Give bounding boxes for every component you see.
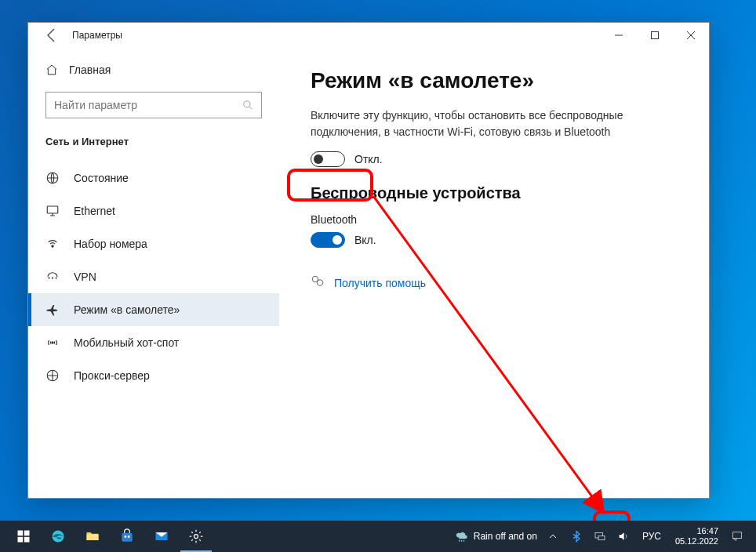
svg-point-5 (52, 342, 53, 343)
svg-rect-12 (18, 537, 24, 543)
bluetooth-toggle-row: Вкл. (311, 232, 678, 248)
arrow-left-icon (42, 26, 61, 45)
hotspot-icon (45, 336, 60, 350)
svg-point-4 (52, 245, 53, 247)
edge-icon (50, 528, 66, 544)
ethernet-icon (45, 204, 60, 218)
section-label: Сеть и Интернет (28, 131, 279, 162)
tray-network[interactable] (591, 521, 609, 552)
nav-label: Ethernet (74, 205, 115, 217)
vpn-icon (45, 270, 60, 284)
nav-item-proxy[interactable]: Прокси-сервер (28, 359, 279, 392)
svg-rect-11 (24, 531, 30, 536)
help-link[interactable]: Получить помощь (311, 274, 678, 291)
globe-icon (45, 171, 60, 185)
wireless-heading: Беспроводные устройства (311, 184, 678, 202)
content-pane: Режим «в самолете» Включите эту функцию,… (279, 48, 709, 498)
taskbar-settings[interactable] (179, 521, 213, 552)
mail-icon (154, 528, 169, 544)
start-button[interactable] (6, 521, 41, 552)
nav-list: Состояние Ethernet Набор номера VPN Режи… (28, 162, 279, 392)
svg-point-1 (244, 101, 250, 107)
airplane-icon (45, 303, 60, 317)
airplane-toggle[interactable] (311, 151, 345, 167)
tray-chevron[interactable] (543, 521, 562, 552)
help-link-label: Получить помощь (334, 277, 426, 289)
nav-item-dialup[interactable]: Набор номера (28, 227, 279, 260)
airplane-toggle-label: Откл. (354, 153, 383, 165)
nav-item-ethernet[interactable]: Ethernet (28, 194, 279, 227)
clock-date: 05.12.2022 (675, 536, 718, 547)
svg-rect-15 (87, 535, 99, 541)
tray-language[interactable]: РУС (638, 531, 666, 542)
sidebar: Главная Сеть и Интернет Состояние Ethern… (28, 48, 279, 498)
clock-time: 16:47 (696, 526, 718, 536)
taskbar-mail[interactable] (144, 521, 179, 552)
help-icon (311, 274, 325, 291)
bluetooth-icon (570, 530, 583, 543)
taskbar-edge[interactable] (41, 521, 75, 552)
taskbar-explorer[interactable] (75, 521, 110, 552)
home-nav[interactable]: Главная (28, 57, 279, 82)
svg-rect-23 (733, 532, 742, 539)
minimize-button[interactable] (601, 23, 637, 48)
bluetooth-toggle[interactable] (311, 232, 345, 248)
airplane-toggle-row: Откл. (311, 151, 678, 167)
gear-icon (188, 528, 204, 544)
nav-label: VPN (74, 271, 96, 283)
close-button[interactable] (673, 23, 709, 48)
toggle-knob (314, 154, 323, 164)
svg-rect-18 (128, 536, 130, 538)
proxy-icon (45, 369, 60, 383)
svg-rect-13 (24, 537, 30, 543)
search-icon (242, 100, 253, 111)
bluetooth-label: Bluetooth (311, 213, 678, 226)
nav-label: Набор номера (74, 238, 147, 250)
back-button[interactable] (42, 26, 61, 45)
tray-clock[interactable]: 16:47 05.12.2022 (671, 526, 723, 547)
windows-icon (16, 528, 31, 544)
svg-point-8 (317, 280, 323, 286)
home-label: Главная (69, 64, 111, 76)
nav-item-vpn[interactable]: VPN (28, 260, 279, 293)
store-icon (119, 528, 135, 544)
nav-item-airplane[interactable]: Режим «в самолете» (28, 293, 279, 326)
minimize-icon (615, 31, 623, 39)
nav-item-status[interactable]: Состояние (28, 162, 279, 194)
taskbar-store[interactable] (110, 521, 144, 552)
close-icon (687, 31, 695, 39)
window-controls (601, 23, 709, 48)
volume-icon (617, 530, 630, 543)
tray-action-center[interactable] (728, 521, 747, 552)
svg-rect-3 (47, 206, 58, 213)
nav-label: Мобильный хот-спот (74, 336, 179, 349)
search-box[interactable] (45, 92, 262, 118)
weather-icon (455, 529, 469, 543)
window-title: Параметры (72, 30, 122, 41)
tray-bluetooth[interactable] (567, 521, 586, 552)
page-title: Режим «в самолете» (311, 68, 678, 93)
settings-window: Параметры Главная Сеть и Интернет Состоя… (27, 22, 710, 499)
home-icon (45, 64, 58, 76)
search-input[interactable] (54, 99, 242, 111)
svg-rect-22 (598, 536, 605, 539)
svg-point-20 (194, 535, 198, 539)
folder-icon (85, 528, 100, 544)
chevron-up-icon (547, 530, 559, 543)
maximize-button[interactable] (637, 23, 673, 48)
system-tray: РУС 16:47 05.12.2022 (543, 521, 750, 552)
dialup-icon (45, 237, 60, 251)
notification-icon (731, 530, 743, 543)
svg-rect-17 (125, 536, 127, 538)
network-icon (594, 530, 606, 543)
nav-label: Прокси-сервер (74, 369, 150, 382)
nav-item-hotspot[interactable]: Мобильный хот-спот (28, 326, 279, 359)
taskbar-weather[interactable]: Rain off and on (449, 529, 543, 543)
tray-volume[interactable] (614, 521, 633, 552)
svg-rect-0 (652, 32, 659, 39)
toggle-knob (333, 235, 342, 245)
titlebar: Параметры (28, 23, 709, 48)
nav-label: Режим «в самолете» (74, 303, 180, 316)
maximize-icon (651, 31, 659, 39)
weather-text: Rain off and on (474, 531, 537, 542)
